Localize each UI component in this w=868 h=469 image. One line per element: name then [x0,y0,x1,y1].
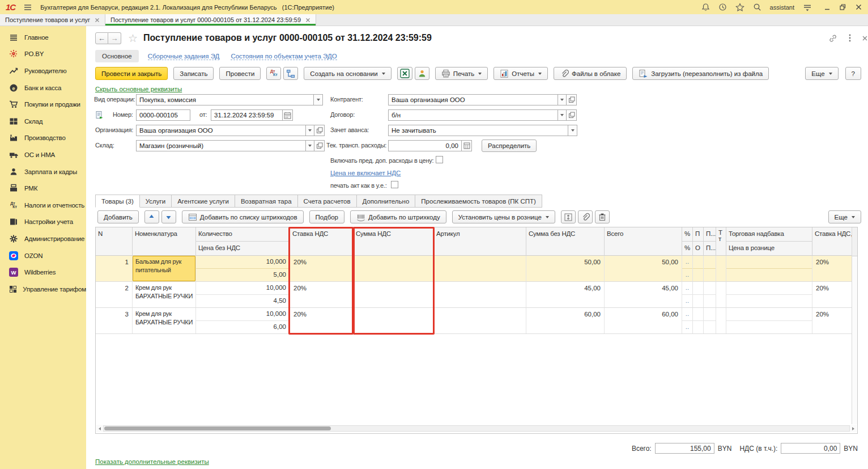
table-cell[interactable]: 45,00 [526,282,605,307]
window-tab[interactable]: Поступление товаров и услуг 0000-000105 … [105,14,316,26]
tab-close-icon[interactable] [95,18,100,23]
print-button[interactable]: Печать [435,67,488,80]
contract-dropdown-icon[interactable] [558,109,567,121]
table-cell[interactable]: 20% [290,308,354,333]
column-header[interactable]: Сумма без НДС [526,227,605,255]
sidebar-item-po-by[interactable]: PO.BY [0,46,86,63]
attach-button[interactable] [578,210,593,223]
operation-dropdown-icon[interactable] [314,94,323,105]
cloud-files-button[interactable]: Файлы в облаке [554,67,627,80]
table-cell[interactable] [354,256,434,281]
restore-icon[interactable] [839,3,846,11]
scrollbar-track[interactable] [103,425,850,432]
table-cell[interactable] [704,308,716,333]
nav-link[interactable]: Сборочные задания ЭД [148,53,220,60]
table-row[interactable]: 2Крем для рукБАРХАТНЫЕ РУЧКИ10,0004,5020… [96,282,857,308]
sidebar-item-ос-и-нма[interactable]: ОС и НМА [0,146,86,163]
table-cell[interactable]: 10,0005,00 [196,256,290,281]
sidebar-item-wildberries[interactable]: WWildberries [0,264,86,281]
counterparty-field[interactable]: Ваша организация ООО [388,94,558,105]
table-cell[interactable]: 20% [812,282,858,307]
forward-button[interactable]: → [108,32,121,44]
sidebar-item-производство[interactable]: Производство [0,130,86,147]
show-postings-button[interactable]: ДтКт [266,67,281,80]
column-header[interactable]: Ставка НДС [290,227,354,255]
nav-link[interactable]: Состояния по объектам учета ЭДО [231,53,337,60]
include-costs-checkbox[interactable] [436,156,443,163]
table-cell[interactable]: 2 [96,282,133,307]
excel-button[interactable] [397,67,412,80]
back-button[interactable]: ← [95,32,108,44]
history-icon[interactable] [718,3,727,11]
table-tab[interactable]: Дополнительно [357,195,416,208]
print-act-checkbox[interactable] [391,181,398,188]
table-cell[interactable] [693,308,704,333]
nomenclature-cell[interactable]: Крем для рукБАРХАТНЫЕ РУЧКИ [133,282,195,307]
column-header[interactable]: ПО [693,227,704,255]
table-cell[interactable] [693,256,704,281]
table-cell[interactable] [716,282,726,307]
table-cell[interactable]: 10,0004,50 [196,282,290,307]
organization-open-icon[interactable] [314,125,325,136]
sidebar-item-банк-и-касса[interactable]: eБанк и касса [0,79,86,96]
set-retail-prices-button[interactable]: Установить цены в рознице [452,210,555,223]
table-cell[interactable]: 20% [290,256,354,281]
date-field[interactable]: 31.12.2024 23:59:59 [211,109,283,121]
hide-requisites-link[interactable]: Скрыть основные реквизиты [95,86,182,92]
sidebar-item-зарплата-и-кадры[interactable]: Зарплата и кадры [0,163,86,180]
price-vat-link[interactable]: Цена не включает НДС [330,170,401,176]
distribute-button[interactable]: Распределить [482,140,537,152]
table-cell[interactable]: .... [682,256,693,281]
column-header[interactable]: Торговая надбавкаЦена в рознице [726,227,812,255]
scroll-left-icon[interactable] [96,425,103,432]
help-button[interactable]: ? [845,67,861,80]
transport-costs-field[interactable]: 0,00 [388,140,462,151]
table-cell[interactable] [354,282,434,307]
vertical-scrollbar[interactable] [852,227,857,424]
table-cell[interactable] [726,308,812,333]
column-header[interactable]: Артикул [434,227,526,255]
nomenclature-cell[interactable]: Бальзам для рукпитательный [133,256,195,281]
advance-field[interactable]: Не зачитывать [388,125,568,136]
table-row[interactable]: 1Бальзам для рукпитательный10,0005,0020%… [96,256,857,282]
vat-total-value-field[interactable]: 0,00 [781,443,840,454]
table-cell[interactable]: 20% [812,308,858,333]
sidebar-item-склад[interactable]: Склад [0,113,86,130]
scrollbar-thumb[interactable] [104,426,331,430]
table-cell[interactable] [354,308,434,333]
warehouse-field[interactable]: Магазин (розничный) [136,140,306,151]
add-row-button[interactable]: Добавить [97,210,139,223]
table-cell[interactable]: 10,0006,00 [196,308,290,333]
sidebar-item-налоги-и-отчетность[interactable]: ДтКтНалоги и отчетность [0,197,86,214]
counterparty-open-icon[interactable] [567,94,577,105]
table-cell[interactable]: 20% [812,256,858,281]
favorites-icon[interactable] [735,3,744,11]
search-icon[interactable] [753,3,761,11]
column-header[interactable]: Всего [605,227,682,255]
table-cell[interactable] [693,282,704,307]
organization-dropdown-icon[interactable] [306,125,314,136]
pick-button[interactable]: Подбор [309,210,345,223]
favorite-star-icon[interactable]: ☆ [128,32,138,45]
main-menu-icon[interactable] [23,3,32,11]
table-tab[interactable]: Счета расчетов [298,195,357,208]
table-cell[interactable] [704,282,716,307]
organization-field[interactable]: Ваша организация ООО [136,125,306,136]
table-tab[interactable]: Услуги [140,195,172,208]
column-header[interactable]: Ставка НДС,в [812,227,858,255]
notifications-icon[interactable] [701,3,710,11]
warehouse-dropdown-icon[interactable] [306,140,314,151]
table-tab[interactable]: Возвратная тара [235,195,298,208]
table-cell[interactable]: 60,00 [526,308,605,333]
minimize-icon[interactable] [824,4,831,11]
post-and-close-button[interactable]: Провести и закрыть [95,67,168,80]
sidebar-item-администрирование[interactable]: Администрирование [0,230,86,247]
column-header[interactable]: %% [682,227,693,255]
tab-close-icon[interactable] [305,18,310,23]
column-header[interactable]: КоличествоЦена без НДС [196,227,290,255]
table-cell[interactable] [716,256,726,281]
warehouse-open-icon[interactable] [314,140,325,151]
table-cell[interactable]: .... [682,282,693,307]
table-row[interactable]: 3Крем для рукБАРХАТНЫЕ РУЧКИ10,0006,0020… [96,308,857,334]
contract-open-icon[interactable] [567,109,577,121]
